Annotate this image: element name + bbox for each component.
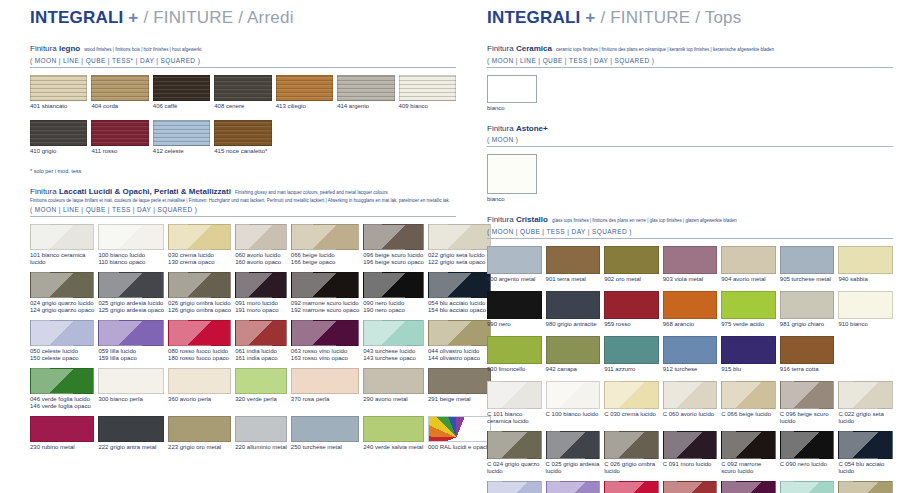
swatch-cell: 412 celeste (153, 120, 210, 158)
swatch-labels: 968 arancio (663, 321, 718, 328)
swatch-label: 910 bianco (838, 321, 893, 328)
models-list: ( MOON ) (487, 136, 893, 143)
swatch-cell: 030 crema lucido130 crema opaco (168, 224, 231, 265)
swatch-cell: C 022 grigio seta lucido (838, 381, 893, 424)
swatch-label: C 096 beige scuro lucido (780, 411, 835, 424)
section-finitura-cristallo: Finitura Cristalloglass tops finishes | … (487, 212, 893, 493)
swatch-label: 290 avorio metal (363, 396, 424, 403)
swatch-label: 408 cenere (214, 103, 271, 110)
swatch-label: 043 turchese lucido (363, 348, 424, 355)
finish-swatch (168, 368, 231, 394)
swatch-label: 230 rubino metal (30, 444, 94, 451)
swatch-labels: 222 grigio antra metal (98, 444, 164, 451)
swatch-labels: 406 caffè (153, 103, 210, 110)
swatch-label: 410 grigio (30, 148, 87, 155)
section-name-prefix: Finitura (487, 215, 516, 224)
swatch-labels: 061 india lucido161 india opaco (235, 348, 287, 361)
finish-swatch (168, 224, 231, 250)
swatch-labels: 096 beige scuro lucido196 beige scuro op… (363, 252, 424, 265)
finish-swatch (91, 75, 148, 101)
swatch-label: 905 turchese metal (780, 276, 835, 283)
swatch-cell: 066 beige lucido166 beige opaco (291, 224, 359, 265)
swatch-cell: 901 terra metal (546, 246, 601, 284)
swatch-label: 980 grigio antracite (546, 321, 601, 328)
swatch-label: 222 grigio antra metal (98, 444, 164, 451)
swatch-label: 180 rosso fuoco opaco (168, 355, 231, 362)
finish-swatch (780, 291, 835, 319)
swatch-labels: C 096 beige scuro lucido (780, 411, 835, 424)
swatch-labels: 046 verde foglia lucido146 verde foglia … (30, 396, 94, 409)
finish-swatch (98, 224, 164, 250)
swatch-label: 196 beige scuro opaco (363, 259, 424, 266)
swatch-cell: C 091 moro lucido (663, 431, 718, 474)
swatch-label: 968 arancio (663, 321, 718, 328)
swatch-label: C 022 grigio seta lucido (838, 411, 893, 424)
finish-swatch (30, 224, 94, 250)
swatch-labels: 000 RAL lucidi e opachi (428, 444, 491, 451)
swatch-labels: 024 grigio quarzo lucido124 grigio quarz… (30, 300, 94, 313)
swatch-cell: 930 limoncello (487, 336, 542, 374)
section-name-prefix: Finitura (30, 187, 59, 196)
models-list: ( MOON | LINE | QUBE | TESS* | DAY | SQU… (30, 57, 456, 64)
swatch-cell: 300 bianco perla (98, 368, 164, 409)
swatch-grid: 401 sbiancato404 corda406 caffè408 cener… (30, 75, 456, 158)
swatch-cell: 915 blu (721, 336, 776, 374)
finish-swatch (546, 246, 601, 274)
finish-swatch (168, 272, 231, 298)
swatch-labels: 916 terra cotta (780, 366, 835, 373)
swatch-label: C 054 blu acciaio lucido (838, 461, 893, 474)
swatch-label: 902 oro metal (604, 276, 659, 283)
swatch-cell: bianco (487, 75, 537, 111)
swatch-cell: C 092 marrone scuro lucido (721, 431, 776, 474)
finish-swatch (838, 481, 893, 493)
swatch-cell: 092 marrone scuro lucido192 marrone scur… (291, 272, 359, 313)
finish-swatch (235, 368, 287, 394)
swatch-cell: C 024 grigio quarzo lucido (487, 431, 542, 474)
swatch-labels: C 092 marrone scuro lucido (721, 461, 776, 474)
section-name-prefix: Finitura (30, 44, 59, 53)
swatch-cell: 980 grigio antracite (546, 291, 601, 329)
swatch-cell: 100 bianco lucido110 bianco opaco (98, 224, 164, 265)
swatch-label: 942 canapa (546, 366, 601, 373)
swatch-labels: 300 bianco perla (98, 396, 164, 403)
swatch-labels: 900 argento metal (487, 276, 542, 283)
swatch-cell: C 066 beige lucido (721, 381, 776, 424)
swatch-cell: 413 ciliegio (276, 75, 333, 113)
swatch-cell: C 090 nero lucido (780, 431, 835, 474)
swatch-label: 054 blu acciaio lucido (428, 300, 491, 307)
finish-swatch (428, 368, 491, 394)
swatch-cell: 096 beige scuro lucido196 beige scuro op… (363, 224, 424, 265)
swatch-labels: C 025 grigio ardesia lucido (546, 461, 601, 474)
breadcrumb: / FINITURE / Arredi (143, 8, 293, 27)
swatch-label: 026 grigio ombra lucido (168, 300, 231, 307)
swatch-label: 125 grigio ardesia opaco (98, 307, 164, 314)
finish-swatch (780, 381, 835, 409)
swatch-cell: C 026 grigio ombra lucido (604, 431, 659, 474)
swatch-labels: 410 grigio (30, 148, 87, 155)
swatch-cell: 406 caffè (153, 75, 210, 113)
swatch-labels: 240 verde salvia metal (363, 444, 424, 451)
swatch-label: 975 verde acido (721, 321, 776, 328)
swatch-labels: 050 celeste lucido150 celeste opaco (30, 348, 94, 361)
divider (30, 67, 456, 68)
finish-swatch (98, 416, 164, 442)
swatch-cell: 370 rosa perla (291, 368, 359, 409)
breadcrumb: / FINITURE / Tops (600, 8, 741, 27)
swatch-label: 160 avorio opaco (235, 259, 287, 266)
swatch-label: 411 rosso (91, 148, 148, 155)
swatch-cell: 320 verde perla (235, 368, 287, 409)
swatch-labels: 413 ciliegio (276, 103, 333, 110)
swatch-label: bianco (487, 196, 537, 202)
swatch-cell: 080 rosso fuoco lucido180 rosso fuoco op… (168, 320, 231, 361)
swatch-cell: 415 noce canaletto* (214, 120, 271, 158)
finish-swatch (235, 272, 287, 298)
finish-swatch (30, 120, 87, 146)
swatch-label: 300 bianco perla (98, 396, 164, 403)
swatch-labels: 030 crema lucido130 crema opaco (168, 252, 231, 265)
finish-swatch (30, 368, 94, 394)
finish-swatch (30, 320, 94, 346)
section-name: Ceramica (516, 44, 552, 53)
swatch-label: 415 noce canaletto* (214, 148, 271, 155)
finish-swatch (780, 481, 835, 493)
swatch-cell: 054 blu acciaio lucido154 blu acciaio op… (428, 272, 491, 313)
